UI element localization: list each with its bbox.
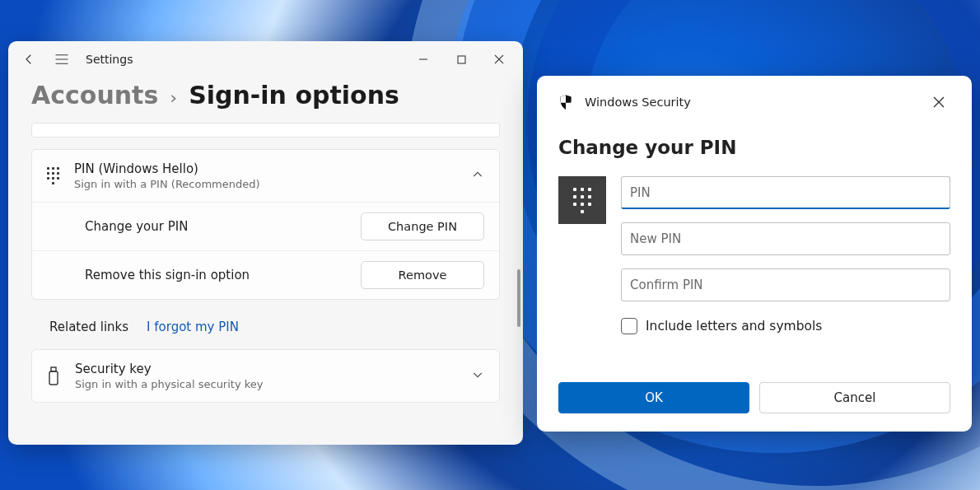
pin-section-header[interactable]: PIN (Windows Hello) Sign in with a PIN (… xyxy=(32,150,499,202)
svg-rect-1 xyxy=(51,367,56,371)
new-pin-input[interactable]: New PIN xyxy=(621,222,950,255)
change-pin-button[interactable]: Change PIN xyxy=(361,212,484,240)
security-key-section[interactable]: Security key Sign in with a physical sec… xyxy=(31,349,500,403)
remove-pin-label: Remove this sign-in option xyxy=(85,268,250,282)
cancel-button[interactable]: Cancel xyxy=(759,382,950,413)
minimize-button[interactable] xyxy=(404,47,442,72)
related-links: Related links I forgot my PIN xyxy=(31,311,500,349)
security-key-subtitle: Sign in with a physical security key xyxy=(75,378,264,390)
breadcrumb: Accounts › Sign-in options xyxy=(8,77,523,123)
confirm-pin-input[interactable]: Confirm PIN xyxy=(621,268,950,301)
security-key-title: Security key xyxy=(75,362,264,376)
settings-content: PIN (Windows Hello) Sign in with a PIN (… xyxy=(8,123,523,414)
back-icon[interactable] xyxy=(20,52,38,67)
svg-rect-2 xyxy=(49,371,58,385)
settings-window: Settings Accounts › Sign-in options PIN … xyxy=(8,41,523,445)
app-title: Settings xyxy=(86,53,133,66)
new-pin-placeholder: New PIN xyxy=(630,231,681,246)
shield-icon xyxy=(558,94,573,110)
dialog-heading: Change your PIN xyxy=(558,137,950,158)
close-button[interactable] xyxy=(480,47,518,72)
scrollbar-thumb[interactable] xyxy=(517,269,520,327)
chevron-up-icon xyxy=(471,168,484,184)
confirm-pin-placeholder: Confirm PIN xyxy=(630,278,703,292)
chevron-right-icon: › xyxy=(170,87,177,108)
svg-rect-0 xyxy=(458,56,465,63)
dialog-close-button[interactable] xyxy=(927,91,950,114)
usb-key-icon xyxy=(47,366,60,386)
pin-section-title: PIN (Windows Hello) xyxy=(74,161,260,176)
breadcrumb-parent[interactable]: Accounts xyxy=(31,81,158,110)
ok-button[interactable]: OK xyxy=(558,382,749,413)
change-pin-row: Change your PIN Change PIN xyxy=(32,202,499,250)
pin-section-subtitle: Sign in with a PIN (Recommended) xyxy=(74,178,260,190)
breadcrumb-current: Sign-in options xyxy=(189,81,399,110)
pin-section: PIN (Windows Hello) Sign in with a PIN (… xyxy=(31,149,500,300)
change-pin-label: Change your PIN xyxy=(85,219,188,234)
collapsed-section-partial[interactable] xyxy=(31,123,500,138)
titlebar: Settings xyxy=(8,41,523,77)
remove-pin-row: Remove this sign-in option Remove xyxy=(32,250,499,299)
menu-icon[interactable] xyxy=(53,54,71,65)
include-symbols-checkbox[interactable] xyxy=(621,318,637,334)
maximize-button[interactable] xyxy=(442,47,480,72)
include-symbols-row[interactable]: Include letters and symbols xyxy=(621,318,950,334)
current-pin-input[interactable]: PIN xyxy=(621,176,950,209)
forgot-pin-link[interactable]: I forgot my PIN xyxy=(147,320,239,334)
windows-security-dialog: Windows Security Change your PIN PIN New… xyxy=(537,76,972,432)
related-links-header: Related links xyxy=(49,320,128,334)
current-pin-placeholder: PIN xyxy=(630,185,651,200)
dialog-titlebar: Windows Security xyxy=(558,91,950,114)
include-symbols-label: Include letters and symbols xyxy=(646,319,822,334)
chevron-down-icon xyxy=(471,368,484,385)
pin-tile-icon xyxy=(558,176,606,224)
dialog-title: Windows Security xyxy=(585,96,691,109)
remove-pin-button[interactable]: Remove xyxy=(361,261,484,289)
keypad-icon xyxy=(47,167,59,184)
